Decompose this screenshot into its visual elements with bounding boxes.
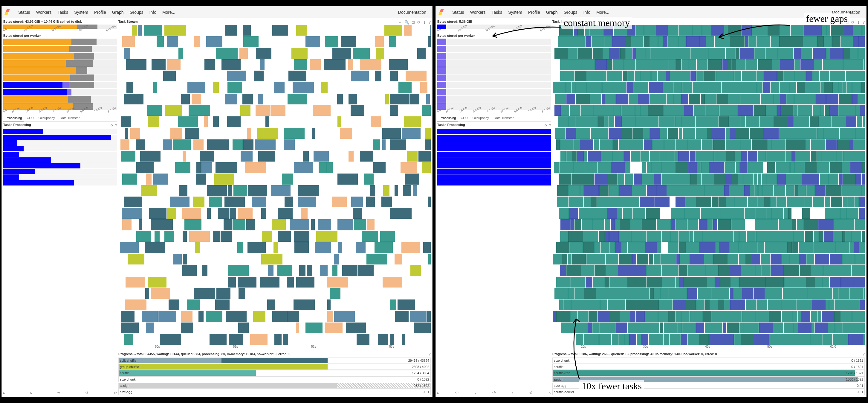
- stream-toolbar: ↔ 🔍 ⊡ ⟳ ⤓ ?: [832, 20, 865, 25]
- progress-row-size-chunk: size-chunk0 / 1321: [552, 357, 865, 364]
- reset-icon[interactable]: ⟳: [545, 123, 547, 127]
- tab-occupancy[interactable]: Occupancy: [470, 115, 491, 121]
- task-stream-title: Task Stream: [552, 20, 572, 23]
- save-icon[interactable]: ⤓: [423, 20, 426, 25]
- nav-status[interactable]: Status: [452, 10, 464, 15]
- nav-info[interactable]: Info: [150, 10, 156, 15]
- progress-row-shuffle-barrier: shuffle-barrier0 / 1: [552, 389, 865, 395]
- processing-bar: [437, 129, 551, 134]
- nav-graph[interactable]: Graph: [112, 10, 124, 15]
- nav-workers[interactable]: Workers: [470, 10, 486, 15]
- nav-workers[interactable]: Workers: [36, 10, 52, 15]
- bytes-stored-title: Bytes stored: 5.36 GiB: [437, 20, 551, 23]
- progress-row-assign: assign1300 / 1321: [552, 376, 865, 382]
- nav-groups[interactable]: Groups: [564, 10, 578, 15]
- help-icon[interactable]: ?: [863, 352, 865, 356]
- dask-logo-icon: [439, 9, 445, 15]
- task-stream-canvas[interactable]: [552, 25, 865, 345]
- nav-tasks[interactable]: Tasks: [492, 10, 502, 15]
- help-icon[interactable]: ?: [549, 123, 551, 127]
- zoom-icon[interactable]: 🔍: [404, 20, 409, 25]
- task-stream-title: Task Stream: [118, 20, 138, 23]
- worker-memory-bar: [437, 96, 551, 103]
- help-icon[interactable]: ?: [115, 123, 117, 127]
- box-zoom-icon[interactable]: ⊡: [411, 20, 415, 25]
- tab-occupancy[interactable]: Occupancy: [36, 115, 57, 121]
- metric-tabs: ProcessingCPUOccupancyData Transfer: [3, 115, 117, 122]
- reset-icon[interactable]: ⟳: [417, 20, 421, 25]
- box-zoom-icon[interactable]: ⊡: [845, 20, 849, 25]
- nav-documentation[interactable]: Documentation: [832, 10, 860, 15]
- processing-bar: [437, 180, 551, 185]
- help-icon[interactable]: ?: [429, 20, 431, 25]
- progress-row-assign: assign932 / 1322: [118, 383, 431, 388]
- tab-data-transfer[interactable]: Data Transfer: [491, 115, 516, 121]
- task-stream-panel: Task Stream ↔ 🔍 ⊡ ⟳ ⤓ ? 20s30s40s50s:02.…: [552, 20, 865, 395]
- processing-bar: [3, 169, 117, 174]
- progress-bars: split-shuffle29463 / 43824group-shuffle2…: [118, 357, 431, 395]
- dask-logo-icon: [5, 9, 11, 15]
- tab-cpu[interactable]: CPU: [24, 115, 36, 121]
- processing-bar: [437, 152, 551, 157]
- processing-bar: [437, 163, 551, 168]
- dashboard-left: Status Workers Tasks System Profile Grap…: [1, 6, 433, 397]
- bytes-stored-title: Bytes stored: 43.92 GiB + 10.44 GiB spil…: [3, 20, 117, 23]
- workers-title: Bytes stored per worker: [3, 34, 117, 37]
- worker-memory-bar: [437, 60, 551, 67]
- processing-axis: 00.511.522.53: [437, 392, 551, 395]
- progress-row-shuffle-tran...: shuffle-tran...1278 / 1321: [552, 370, 865, 376]
- processing-axis: 05101520: [3, 392, 117, 395]
- tab-cpu[interactable]: CPU: [458, 115, 470, 121]
- progress-row-size-agg: size-agg0 / 1: [552, 383, 865, 388]
- worker-memory-bar: [3, 53, 117, 60]
- tasks-processing-title: Tasks Processing: [437, 123, 465, 126]
- help-icon[interactable]: ?: [429, 352, 431, 356]
- bytes-stored-axis: 0.016.0 GiB32.0 GiB48.0 GiB64.0 GiB: [3, 29, 117, 32]
- tab-data-transfer[interactable]: Data Transfer: [57, 115, 82, 121]
- nav-system[interactable]: System: [74, 10, 88, 15]
- tab-processing[interactable]: Processing: [3, 115, 24, 121]
- worker-axis: 0.01.0 GiB2.0 GiB3.0 GiB4.0 GiB5.0 GiB6.…: [437, 110, 551, 113]
- pan-icon[interactable]: ↔: [832, 20, 836, 25]
- save-icon[interactable]: ⤓: [857, 20, 860, 25]
- nav-profile[interactable]: Profile: [94, 10, 106, 15]
- navbar: Status Workers Tasks System Profile Grap…: [436, 6, 866, 18]
- nav-profile[interactable]: Profile: [528, 10, 540, 15]
- processing-bar: [437, 174, 551, 180]
- processing-bar: [3, 140, 117, 146]
- worker-memory-bar: [3, 82, 117, 88]
- nav-status[interactable]: Status: [18, 10, 30, 15]
- nav-more[interactable]: More...: [162, 10, 176, 15]
- pan-icon[interactable]: ↔: [398, 20, 402, 25]
- tasks-processing-title: Tasks Processing: [3, 123, 31, 126]
- nav-system[interactable]: System: [508, 10, 522, 15]
- worker-memory-bar: [437, 67, 551, 74]
- bytes-stored-axis: 0.016.0 GiB32.0 GiB48.0 GiB64.0 GiB: [437, 29, 551, 32]
- nav-graph[interactable]: Graph: [546, 10, 558, 15]
- processing-bar: [3, 163, 117, 168]
- nav-info[interactable]: Info: [584, 10, 590, 15]
- workers-memory-panel: Bytes stored per worker 0.01.0 GiB2.0 Gi…: [437, 34, 551, 113]
- tasks-processing-panel: ProcessingCPUOccupancyData Transfer Task…: [3, 115, 117, 395]
- reset-icon[interactable]: ⟳: [851, 20, 855, 25]
- metric-tabs: ProcessingCPUOccupancyData Transfer: [437, 115, 551, 122]
- progress-row-shuffle: shuffle1754 / 3984: [118, 370, 431, 376]
- progress-row-size-chunk: size-chunk0 / 1322: [118, 376, 431, 382]
- bytes-stored-panel: Bytes stored: 5.36 GiB 0.016.0 GiB32.0 G…: [437, 20, 551, 32]
- nav-more[interactable]: More...: [596, 10, 610, 15]
- nav-documentation[interactable]: Documentation: [398, 10, 426, 15]
- tab-processing[interactable]: Processing: [437, 115, 458, 121]
- nav-tasks[interactable]: Tasks: [58, 10, 68, 15]
- reset-icon[interactable]: ⟳: [111, 123, 113, 127]
- progress-row-size-agg: size-agg0 / 1: [118, 389, 431, 395]
- worker-memory-bar: [3, 67, 117, 74]
- zoom-icon[interactable]: 🔍: [838, 20, 843, 25]
- task-stream-panel: Task Stream ↔ 🔍 ⊡ ⟳ ⤓ ? 50s51s52s53s Pro…: [118, 20, 431, 395]
- progress-row-shuffle: shuffle0 / 1321: [552, 364, 865, 370]
- task-stream-canvas[interactable]: [118, 25, 431, 345]
- tasks-processing-panel: ProcessingCPUOccupancyData Transfer Task…: [437, 115, 551, 395]
- help-icon[interactable]: ?: [863, 20, 865, 25]
- progress-row-group-shuffle: group-shuffle2698 / 4002: [118, 364, 431, 370]
- progress-row-split-shuffle: split-shuffle29463 / 43824: [118, 357, 431, 364]
- nav-groups[interactable]: Groups: [130, 10, 144, 15]
